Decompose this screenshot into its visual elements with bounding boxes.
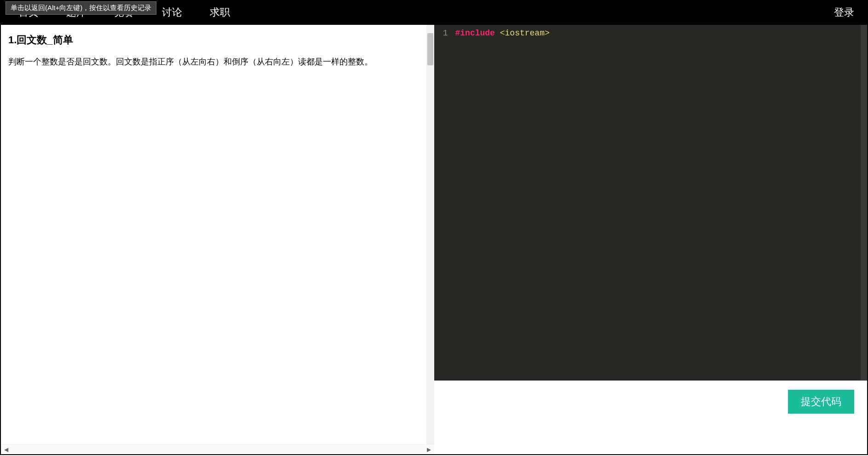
- problem-panel: 1.回文数_简单 判断一个整数是否是回文数。回文数是指正序（从左向右）和倒序（从…: [1, 25, 434, 454]
- scroll-right-arrow-icon[interactable]: ▶: [424, 444, 434, 455]
- back-tooltip: 单击以返回(Alt+向左键)，按住以查看历史记录: [6, 1, 156, 15]
- problem-description: 判断一个整数是否是回文数。回文数是指正序（从左向右）和倒序（从右向左）读都是一样…: [8, 55, 426, 69]
- nav-discuss[interactable]: 讨论: [162, 6, 182, 19]
- editor-vertical-scrollbar[interactable]: [861, 25, 867, 381]
- top-nav: 单击以返回(Alt+向左键)，按住以查看历史记录 首页 题库 竞赛 讨论 求职 …: [0, 0, 868, 25]
- submit-button[interactable]: 提交代码: [788, 390, 854, 414]
- left-horizontal-scrollbar[interactable]: ◀ ▶: [1, 444, 434, 454]
- left-vertical-scrollbar[interactable]: [426, 25, 434, 444]
- problem-content: 1.回文数_简单 判断一个整数是否是回文数。回文数是指正序（从左向右）和倒序（从…: [1, 25, 434, 444]
- scroll-left-arrow-icon[interactable]: ◀: [1, 444, 11, 455]
- code-line: #include <iostream>: [455, 28, 868, 39]
- code-editor[interactable]: 1 #include <iostream>: [434, 25, 868, 381]
- left-vertical-scroll-thumb[interactable]: [427, 33, 433, 65]
- right-panel: 1 #include <iostream> 提交代码: [434, 25, 868, 454]
- problem-title: 1.回文数_简单: [8, 33, 426, 47]
- code-token: <iostream>: [500, 29, 550, 38]
- login-link[interactable]: 登录: [834, 6, 859, 19]
- main-split: 1.回文数_简单 判断一个整数是否是回文数。回文数是指正序（从左向右）和倒序（从…: [0, 25, 868, 455]
- editor-gutter: 1: [434, 25, 452, 381]
- editor-code-area[interactable]: #include <iostream>: [452, 25, 868, 381]
- actions-bar: 提交代码: [434, 381, 868, 454]
- nav-jobs[interactable]: 求职: [210, 6, 230, 19]
- code-token: #include: [455, 29, 495, 38]
- line-number: 1: [434, 28, 448, 39]
- code-token: [495, 29, 500, 38]
